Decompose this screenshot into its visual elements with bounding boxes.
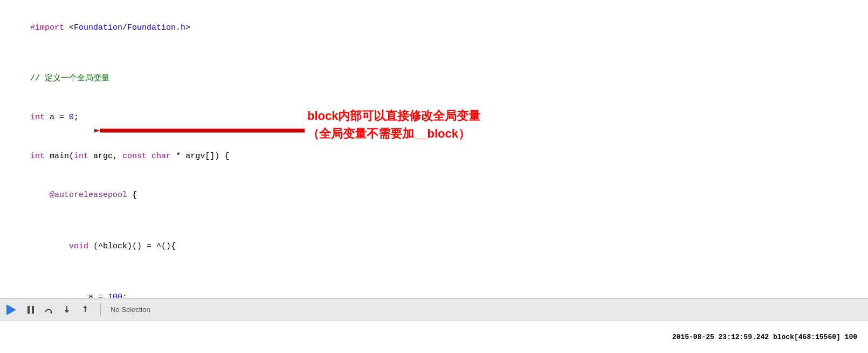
- svg-rect-3: [32, 306, 34, 314]
- code-line-1: #import <Foundation/Foundation.h>: [11, 9, 857, 47]
- toolbar-separator: [100, 303, 101, 316]
- debug-toolbar: No Selection: [0, 298, 868, 321]
- pause-button[interactable]: [26, 305, 36, 315]
- annotation-line2: （全局变量不需要加__block）: [307, 125, 470, 142]
- svg-marker-6: [65, 310, 69, 313]
- empty-line-3: [11, 266, 857, 278]
- code-line-10: a = 100;: [11, 278, 857, 298]
- code-line-3: // 定义一个全局变量: [11, 59, 857, 98]
- step-over-button[interactable]: [43, 304, 54, 315]
- hash-token: #import: [30, 23, 69, 32]
- svg-rect-2: [27, 306, 30, 314]
- empty-line-2: [11, 215, 857, 227]
- log-area: 2015-08-25 23:12:59.242 block[468:15560]…: [0, 321, 868, 353]
- code-editor: #import <Foundation/Foundation.h> // 定义一…: [0, 0, 868, 298]
- annotation-line1: block内部可以直接修改全局变量: [307, 107, 480, 125]
- svg-marker-4: [50, 312, 52, 314]
- log-output: 2015-08-25 23:12:59.242 block[468:15560]…: [672, 333, 857, 341]
- svg-marker-8: [83, 306, 87, 308]
- step-out-button[interactable]: [80, 304, 91, 315]
- run-indicator-icon[interactable]: [6, 304, 16, 315]
- code-line-8: void (^block)() = ^(){: [11, 227, 857, 266]
- code-line-5: int main(int argc, const char * argv[]) …: [11, 137, 857, 176]
- annotation-box: block内部可以直接修改全局变量 （全局变量不需要加__block）: [307, 107, 480, 142]
- no-selection-label: No Selection: [111, 306, 150, 314]
- code-line-6: @autoreleasepool {: [11, 176, 857, 215]
- empty-line: [11, 47, 857, 59]
- step-into-button[interactable]: [61, 304, 72, 315]
